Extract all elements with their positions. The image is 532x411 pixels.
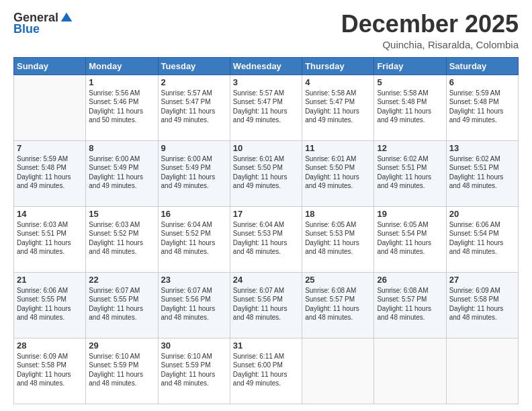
table-row: 23 Sunrise: 6:07 AMSunset: 5:56 PMDaylig… xyxy=(158,272,230,338)
day-detail: Sunrise: 6:02 AMSunset: 5:51 PMDaylight:… xyxy=(377,154,443,191)
day-detail: Sunrise: 6:10 AMSunset: 5:59 PMDaylight:… xyxy=(89,352,154,388)
day-number: 15 xyxy=(89,209,154,219)
day-number: 20 xyxy=(449,209,515,219)
day-detail: Sunrise: 6:11 AMSunset: 6:00 PMDaylight:… xyxy=(233,352,299,388)
day-number: 23 xyxy=(161,275,227,285)
day-number: 9 xyxy=(161,143,227,153)
header-monday: Monday xyxy=(86,57,158,75)
calendar-week-row: 14 Sunrise: 6:03 AMSunset: 5:51 PMDaylig… xyxy=(14,206,519,272)
day-detail: Sunrise: 5:56 AMSunset: 5:46 PMDaylight:… xyxy=(89,89,154,125)
day-number: 13 xyxy=(449,143,515,153)
day-number: 27 xyxy=(449,275,515,285)
day-number: 2 xyxy=(161,77,227,87)
table-row: 2 Sunrise: 5:57 AMSunset: 5:47 PMDayligh… xyxy=(158,75,230,140)
table-row: 26 Sunrise: 6:08 AMSunset: 5:57 PMDaylig… xyxy=(374,272,446,338)
table-row: 7 Sunrise: 5:59 AMSunset: 5:48 PMDayligh… xyxy=(14,140,86,206)
day-detail: Sunrise: 6:01 AMSunset: 5:50 PMDaylight:… xyxy=(233,154,299,191)
table-row: 24 Sunrise: 6:07 AMSunset: 5:56 PMDaylig… xyxy=(230,272,302,338)
day-number: 18 xyxy=(305,209,371,219)
day-number: 3 xyxy=(233,77,299,87)
table-row: 11 Sunrise: 6:01 AMSunset: 5:50 PMDaylig… xyxy=(302,140,374,206)
table-row: 20 Sunrise: 6:06 AMSunset: 5:54 PMDaylig… xyxy=(446,206,518,272)
header-thursday: Thursday xyxy=(302,57,374,75)
day-number: 1 xyxy=(89,77,154,87)
day-number: 17 xyxy=(233,209,299,219)
day-detail: Sunrise: 6:06 AMSunset: 5:54 PMDaylight:… xyxy=(449,220,515,257)
day-detail: Sunrise: 6:07 AMSunset: 5:56 PMDaylight:… xyxy=(233,286,299,322)
day-number: 4 xyxy=(305,77,371,87)
table-row: 31 Sunrise: 6:11 AMSunset: 6:00 PMDaylig… xyxy=(230,338,302,404)
table-row: 8 Sunrise: 6:00 AMSunset: 5:49 PMDayligh… xyxy=(86,140,158,206)
day-number: 24 xyxy=(233,275,299,285)
header-friday: Friday xyxy=(374,57,446,75)
day-number: 26 xyxy=(377,275,443,285)
table-row xyxy=(302,338,374,404)
day-number: 28 xyxy=(17,340,83,351)
day-detail: Sunrise: 5:57 AMSunset: 5:47 PMDaylight:… xyxy=(161,89,227,125)
weekday-header-row: Sunday Monday Tuesday Wednesday Thursday… xyxy=(14,57,519,75)
day-detail: Sunrise: 6:04 AMSunset: 5:52 PMDaylight:… xyxy=(161,220,227,257)
day-detail: Sunrise: 5:59 AMSunset: 5:48 PMDaylight:… xyxy=(17,154,83,191)
logo-blue-text: Blue xyxy=(13,22,40,36)
header: General Blue December 2025 Quinchia, Ris… xyxy=(13,11,519,50)
day-number: 7 xyxy=(17,143,83,153)
table-row: 25 Sunrise: 6:08 AMSunset: 5:57 PMDaylig… xyxy=(302,272,374,338)
day-detail: Sunrise: 5:58 AMSunset: 5:48 PMDaylight:… xyxy=(377,89,443,125)
location: Quinchia, Risaralda, Colombia xyxy=(341,39,519,50)
header-tuesday: Tuesday xyxy=(158,57,230,75)
day-detail: Sunrise: 6:04 AMSunset: 5:53 PMDaylight:… xyxy=(233,220,299,257)
day-detail: Sunrise: 6:05 AMSunset: 5:54 PMDaylight:… xyxy=(377,220,443,257)
day-number: 21 xyxy=(17,275,83,285)
day-number: 30 xyxy=(161,340,227,351)
table-row: 21 Sunrise: 6:06 AMSunset: 5:55 PMDaylig… xyxy=(14,272,86,338)
day-detail: Sunrise: 6:01 AMSunset: 5:50 PMDaylight:… xyxy=(305,154,371,191)
day-number: 22 xyxy=(89,275,154,285)
day-detail: Sunrise: 6:07 AMSunset: 5:56 PMDaylight:… xyxy=(161,286,227,322)
day-number: 12 xyxy=(377,143,443,153)
table-row: 16 Sunrise: 6:04 AMSunset: 5:52 PMDaylig… xyxy=(158,206,230,272)
day-detail: Sunrise: 6:08 AMSunset: 5:57 PMDaylight:… xyxy=(305,286,371,322)
table-row xyxy=(14,75,86,140)
logo-icon xyxy=(60,11,73,25)
day-detail: Sunrise: 6:10 AMSunset: 5:59 PMDaylight:… xyxy=(161,352,227,388)
table-row: 17 Sunrise: 6:04 AMSunset: 5:53 PMDaylig… xyxy=(230,206,302,272)
table-row: 3 Sunrise: 5:57 AMSunset: 5:47 PMDayligh… xyxy=(230,75,302,140)
title-block: December 2025 Quinchia, Risaralda, Colom… xyxy=(341,11,519,50)
day-detail: Sunrise: 6:06 AMSunset: 5:55 PMDaylight:… xyxy=(17,286,83,322)
table-row xyxy=(446,338,518,404)
day-number: 10 xyxy=(233,143,299,153)
day-detail: Sunrise: 6:03 AMSunset: 5:51 PMDaylight:… xyxy=(17,220,83,257)
table-row: 6 Sunrise: 5:59 AMSunset: 5:48 PMDayligh… xyxy=(446,75,518,140)
calendar-week-row: 28 Sunrise: 6:09 AMSunset: 5:58 PMDaylig… xyxy=(14,338,519,404)
table-row: 18 Sunrise: 6:05 AMSunset: 5:53 PMDaylig… xyxy=(302,206,374,272)
page: General Blue December 2025 Quinchia, Ris… xyxy=(0,0,532,411)
table-row: 27 Sunrise: 6:09 AMSunset: 5:58 PMDaylig… xyxy=(446,272,518,338)
table-row: 30 Sunrise: 6:10 AMSunset: 5:59 PMDaylig… xyxy=(158,338,230,404)
table-row: 19 Sunrise: 6:05 AMSunset: 5:54 PMDaylig… xyxy=(374,206,446,272)
day-detail: Sunrise: 6:07 AMSunset: 5:55 PMDaylight:… xyxy=(89,286,154,322)
day-number: 8 xyxy=(89,143,154,153)
day-detail: Sunrise: 6:09 AMSunset: 5:58 PMDaylight:… xyxy=(17,352,83,388)
day-detail: Sunrise: 5:57 AMSunset: 5:47 PMDaylight:… xyxy=(233,89,299,125)
day-detail: Sunrise: 6:02 AMSunset: 5:51 PMDaylight:… xyxy=(449,154,515,191)
day-number: 16 xyxy=(161,209,227,219)
table-row: 29 Sunrise: 6:10 AMSunset: 5:59 PMDaylig… xyxy=(86,338,158,404)
day-detail: Sunrise: 6:00 AMSunset: 5:49 PMDaylight:… xyxy=(89,154,154,191)
day-number: 31 xyxy=(233,340,299,351)
day-detail: Sunrise: 6:09 AMSunset: 5:58 PMDaylight:… xyxy=(449,286,515,322)
day-number: 11 xyxy=(305,143,371,153)
day-detail: Sunrise: 6:00 AMSunset: 5:49 PMDaylight:… xyxy=(161,154,227,191)
table-row: 14 Sunrise: 6:03 AMSunset: 5:51 PMDaylig… xyxy=(14,206,86,272)
day-detail: Sunrise: 6:08 AMSunset: 5:57 PMDaylight:… xyxy=(377,286,443,322)
table-row: 1 Sunrise: 5:56 AMSunset: 5:46 PMDayligh… xyxy=(86,75,158,140)
day-number: 6 xyxy=(449,77,515,87)
table-row: 13 Sunrise: 6:02 AMSunset: 5:51 PMDaylig… xyxy=(446,140,518,206)
header-wednesday: Wednesday xyxy=(230,57,302,75)
calendar-week-row: 21 Sunrise: 6:06 AMSunset: 5:55 PMDaylig… xyxy=(14,272,519,338)
svg-marker-0 xyxy=(61,12,73,21)
day-number: 14 xyxy=(17,209,83,219)
table-row: 9 Sunrise: 6:00 AMSunset: 5:49 PMDayligh… xyxy=(158,140,230,206)
day-detail: Sunrise: 5:59 AMSunset: 5:48 PMDaylight:… xyxy=(449,89,515,125)
table-row: 5 Sunrise: 5:58 AMSunset: 5:48 PMDayligh… xyxy=(374,75,446,140)
day-detail: Sunrise: 6:05 AMSunset: 5:53 PMDaylight:… xyxy=(305,220,371,257)
